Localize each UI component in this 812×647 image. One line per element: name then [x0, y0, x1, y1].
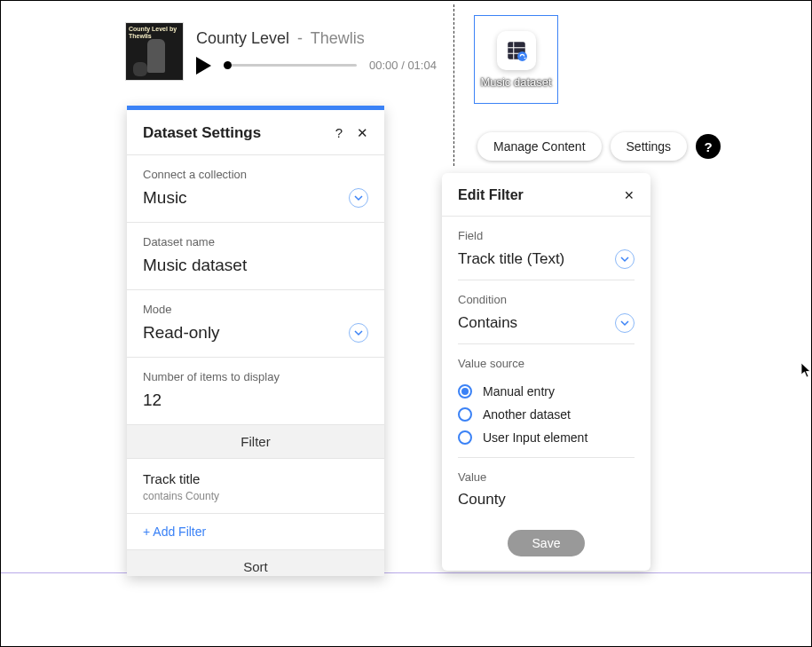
collection-section: Connect a collection Music [127, 155, 384, 223]
close-icon[interactable]: ✕ [624, 188, 635, 202]
album-art-text: County Level by Thewlis [129, 26, 183, 39]
settings-header: Dataset Settings ? ✕ [127, 110, 384, 155]
mode-value: Read-only [143, 323, 220, 343]
field-dropdown[interactable] [615, 249, 635, 269]
player-controls: 00:00 / 01:04 [196, 57, 437, 75]
condition-value: Contains [458, 314, 517, 332]
radio-manual-entry[interactable]: Manual entry [458, 384, 635, 398]
filter-item-title: Track title [143, 471, 368, 486]
add-filter-link[interactable]: + Add Filter [127, 514, 384, 550]
dataset-node[interactable]: Music dataset [474, 15, 558, 104]
items-section: Number of items to display 12 [127, 358, 384, 425]
dataset-settings-panel: Dataset Settings ? ✕ Connect a collectio… [127, 106, 384, 576]
dataset-icon [497, 31, 536, 70]
dataset-name-label: Dataset name [143, 235, 368, 249]
field-section: Field Track title (Text) [458, 217, 635, 280]
dataset-name-section: Dataset name Music dataset [127, 223, 384, 290]
svg-point-4 [517, 51, 527, 61]
value-section: Value County [458, 458, 635, 516]
field-label: Field [458, 229, 635, 242]
collection-dropdown[interactable] [349, 188, 368, 208]
field-value: Track title (Text) [458, 250, 564, 268]
radio-user-input-element[interactable]: User Input element [458, 430, 635, 445]
value-source-radio-group: Manual entry Another dataset User Input … [458, 384, 635, 458]
filter-panel-title: Edit Filter [458, 187, 524, 203]
items-value[interactable]: 12 [143, 391, 162, 410]
filter-section-header: Filter [127, 425, 384, 459]
edit-filter-panel: Edit Filter ✕ Field Track title (Text) C… [442, 173, 650, 571]
save-button[interactable]: Save [508, 530, 586, 556]
condition-section: Condition Contains [458, 280, 635, 344]
play-button[interactable] [196, 57, 211, 75]
value-source-section: Value source [458, 344, 635, 384]
collection-label: Connect a collection [143, 168, 368, 181]
items-label: Number of items to display [143, 370, 368, 383]
horizontal-divider [1, 572, 811, 573]
cursor-icon [801, 363, 812, 381]
mode-section: Mode Read-only [127, 290, 384, 358]
filter-item[interactable]: Track title contains County [127, 459, 384, 514]
dataset-node-label: Music dataset [480, 75, 551, 89]
progress-thumb[interactable] [224, 61, 232, 69]
value-source-label: Value source [458, 357, 635, 370]
player-info: County Level - Thewlis 00:00 / 01:04 [196, 29, 437, 75]
value-label: Value [458, 470, 635, 484]
vertical-divider [453, 4, 454, 166]
radio-icon [458, 384, 472, 398]
mode-dropdown[interactable] [349, 323, 368, 343]
sort-section-header: Sort [127, 550, 384, 576]
settings-button[interactable]: Settings [611, 132, 688, 161]
track-title-line: County Level - Thewlis [196, 29, 437, 48]
help-icon[interactable]: ? [335, 125, 343, 141]
album-art: County Level by Thewlis [125, 22, 184, 81]
track-artist: Thewlis [311, 29, 365, 47]
condition-dropdown[interactable] [615, 313, 635, 333]
radio-another-dataset[interactable]: Another dataset [458, 407, 635, 422]
filter-item-desc: contains County [143, 490, 368, 502]
time-display: 00:00 / 01:04 [369, 59, 437, 72]
manage-content-button[interactable]: Manage Content [477, 132, 602, 161]
action-buttons: Manage Content Settings ? [477, 132, 721, 161]
close-icon[interactable]: ✕ [357, 125, 368, 141]
settings-title: Dataset Settings [143, 124, 261, 142]
progress-slider[interactable] [224, 64, 357, 67]
radio-icon [458, 430, 472, 445]
collection-value: Music [143, 188, 187, 208]
radio-icon [458, 407, 472, 422]
track-title: County Level [196, 29, 289, 47]
filter-header: Edit Filter ✕ [442, 173, 650, 217]
help-button[interactable]: ? [696, 134, 721, 159]
dataset-name-value[interactable]: Music dataset [143, 256, 247, 275]
mode-label: Mode [143, 303, 368, 316]
value-input[interactable]: County [458, 491, 506, 509]
condition-label: Condition [458, 293, 635, 306]
audio-player: County Level by Thewlis County Level - T… [125, 22, 437, 81]
